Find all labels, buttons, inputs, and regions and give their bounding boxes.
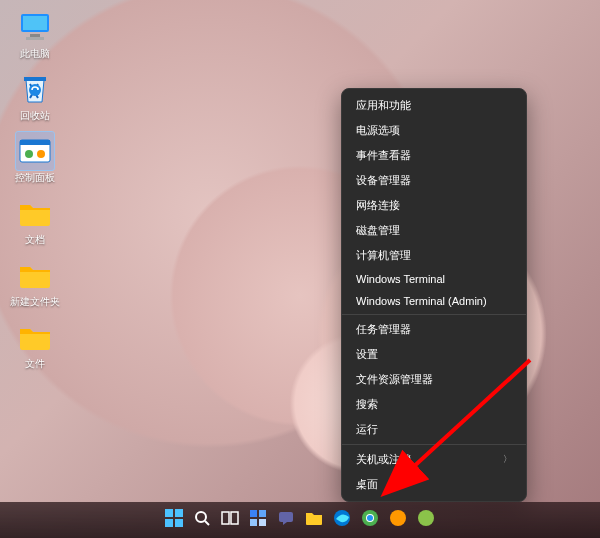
desktop-icon-folder-3[interactable]: 文件: [6, 318, 64, 370]
svg-point-8: [25, 150, 33, 158]
menu-item-14[interactable]: 运行: [342, 417, 526, 442]
desktop-icon-label: 此电脑: [6, 48, 64, 60]
recycle-bin-icon: [16, 70, 54, 108]
svg-rect-18: [231, 512, 238, 524]
menu-item-label: 磁盘管理: [356, 223, 400, 238]
svg-rect-7: [20, 140, 50, 145]
menu-item-label: 文件资源管理器: [356, 372, 433, 387]
search-button[interactable]: [191, 509, 213, 531]
svg-rect-19: [250, 510, 257, 517]
folder-2-icon: [16, 256, 54, 294]
app1-icon: [389, 509, 407, 531]
desktop-icon-label: 新建文件夹: [6, 296, 64, 308]
svg-line-16: [205, 521, 209, 525]
menu-item-label: 电源选项: [356, 123, 400, 138]
menu-item-label: 任务管理器: [356, 322, 411, 337]
menu-item-17[interactable]: 桌面: [342, 472, 526, 497]
menu-item-label: 关机或注销: [356, 452, 411, 467]
menu-item-6[interactable]: 计算机管理: [342, 243, 526, 268]
menu-item-1[interactable]: 电源选项: [342, 118, 526, 143]
taskview-icon: [221, 509, 239, 531]
file-explorer-button[interactable]: [303, 509, 325, 531]
menu-item-label: 设置: [356, 347, 378, 362]
chat-icon: [277, 509, 295, 531]
menu-item-13[interactable]: 搜索: [342, 392, 526, 417]
menu-item-label: 设备管理器: [356, 173, 411, 188]
svg-rect-17: [222, 512, 229, 524]
menu-item-label: Windows Terminal: [356, 273, 445, 285]
menu-separator: [342, 314, 526, 315]
desktop-icon-recycle-bin[interactable]: 回收站: [6, 70, 64, 122]
svg-rect-12: [175, 509, 183, 517]
menu-item-label: 事件查看器: [356, 148, 411, 163]
menu-item-label: Windows Terminal (Admin): [356, 295, 487, 307]
chrome-icon: [361, 509, 379, 531]
app-button-1[interactable]: [387, 509, 409, 531]
start-button[interactable]: [163, 509, 185, 531]
menu-item-4[interactable]: 网络连接: [342, 193, 526, 218]
edge-icon: [333, 509, 351, 531]
desktop-icon-label: 控制面板: [6, 172, 64, 184]
control-panel-icon: [16, 132, 54, 170]
menu-item-label: 运行: [356, 422, 378, 437]
menu-item-label: 计算机管理: [356, 248, 411, 263]
svg-rect-22: [259, 519, 266, 526]
desktop-icon-label: 文档: [6, 234, 64, 246]
menu-item-label: 桌面: [356, 477, 378, 492]
menu-item-3[interactable]: 设备管理器: [342, 168, 526, 193]
browser-button[interactable]: [359, 509, 381, 531]
desktop[interactable]: 此电脑回收站控制面板文档新建文件夹文件 应用和功能电源选项事件查看器设备管理器网…: [0, 0, 600, 538]
winx-context-menu: 应用和功能电源选项事件查看器设备管理器网络连接磁盘管理计算机管理Windows …: [341, 88, 527, 502]
widgets-icon: [249, 509, 267, 531]
svg-rect-11: [165, 509, 173, 517]
taskbar: [0, 502, 600, 538]
desktop-icon-label: 文件: [6, 358, 64, 370]
svg-rect-13: [165, 519, 173, 527]
svg-rect-14: [175, 519, 183, 527]
chevron-right-icon: 〉: [503, 453, 512, 466]
menu-item-0[interactable]: 应用和功能: [342, 93, 526, 118]
folder-1-icon: [16, 194, 54, 232]
menu-item-7[interactable]: Windows Terminal: [342, 268, 526, 290]
menu-item-16[interactable]: 关机或注销〉: [342, 447, 526, 472]
search-icon: [193, 509, 211, 531]
menu-item-12[interactable]: 文件资源管理器: [342, 367, 526, 392]
svg-rect-21: [250, 519, 257, 526]
app-button-2[interactable]: [415, 509, 437, 531]
svg-point-9: [37, 150, 45, 158]
desktop-icon-folder-1[interactable]: 文档: [6, 194, 64, 246]
widgets-button[interactable]: [247, 509, 269, 531]
svg-rect-1: [23, 16, 47, 30]
edge-button[interactable]: [331, 509, 353, 531]
this-pc-icon: [16, 8, 54, 46]
menu-item-5[interactable]: 磁盘管理: [342, 218, 526, 243]
desktop-icon-label: 回收站: [6, 110, 64, 122]
menu-item-label: 网络连接: [356, 198, 400, 213]
desktop-icon-this-pc[interactable]: 此电脑: [6, 8, 64, 60]
menu-item-2[interactable]: 事件查看器: [342, 143, 526, 168]
svg-point-15: [196, 512, 206, 522]
menu-item-10[interactable]: 任务管理器: [342, 317, 526, 342]
chat-button[interactable]: [275, 509, 297, 531]
start-icon: [165, 509, 183, 531]
svg-rect-2: [30, 34, 40, 37]
desktop-icon-control-panel[interactable]: 控制面板: [6, 132, 64, 184]
menu-item-8[interactable]: Windows Terminal (Admin): [342, 290, 526, 312]
svg-rect-4: [24, 77, 46, 81]
svg-rect-20: [259, 510, 266, 517]
svg-point-27: [367, 515, 373, 521]
svg-point-5: [29, 84, 41, 96]
menu-item-label: 搜索: [356, 397, 378, 412]
menu-separator: [342, 444, 526, 445]
folder-3-icon: [16, 318, 54, 356]
svg-rect-3: [26, 37, 44, 40]
explorer-icon: [305, 510, 323, 530]
svg-point-28: [390, 510, 406, 526]
app2-icon: [417, 509, 435, 531]
task-view-button[interactable]: [219, 509, 241, 531]
svg-rect-23: [279, 512, 293, 522]
svg-point-29: [418, 510, 434, 526]
menu-item-11[interactable]: 设置: [342, 342, 526, 367]
menu-item-label: 应用和功能: [356, 98, 411, 113]
desktop-icon-folder-2[interactable]: 新建文件夹: [6, 256, 64, 308]
